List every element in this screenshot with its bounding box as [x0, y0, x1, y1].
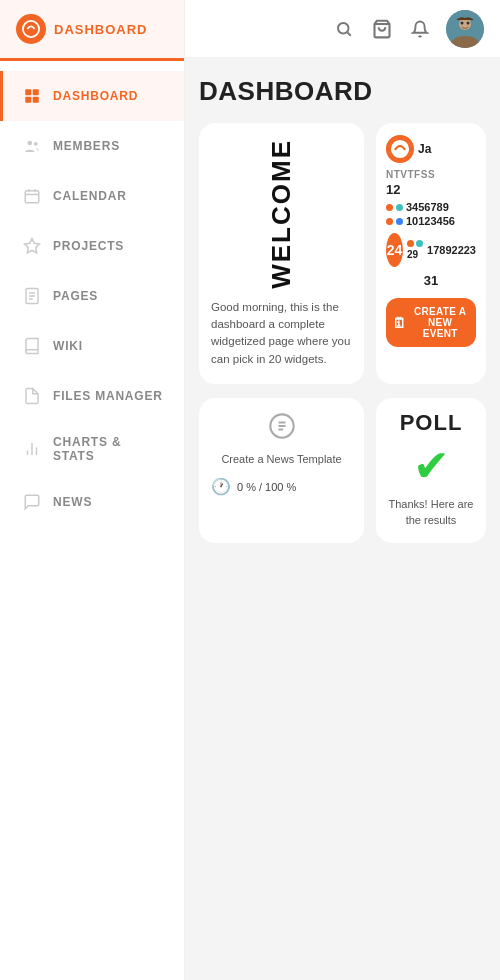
- news-widget: Create a News Template 🕐 0 % / 100 %: [199, 398, 364, 543]
- sidebar-item-members[interactable]: MEMBERS: [0, 121, 184, 171]
- topbar-icons: [332, 10, 484, 48]
- cal-row1-num: 3456789: [406, 201, 449, 213]
- cal-row3-nums: 29: [407, 240, 423, 260]
- files-icon: [21, 385, 43, 407]
- news-progress-row: 🕐 0 % / 100 %: [211, 477, 352, 496]
- dot-teal-1: [396, 204, 403, 211]
- top-widget-row: WELCOME Good morning, this is the dashbo…: [199, 123, 486, 384]
- sidebar-title: DASHBOARD: [54, 22, 148, 37]
- clock-icon: 🕐: [211, 477, 231, 496]
- dot-orange-2: [386, 218, 393, 225]
- svg-point-24: [461, 21, 464, 24]
- sidebar-item-projects[interactable]: PROJECTS: [0, 221, 184, 271]
- welcome-title: WELCOME: [267, 139, 296, 289]
- cal-logo: Ja: [386, 135, 431, 163]
- sidebar-item-label-calendar: CALENDAR: [53, 189, 127, 203]
- cal-row-1: 3456789: [386, 201, 476, 213]
- cal-bottom-date: 31: [424, 273, 438, 288]
- pages-icon: [21, 285, 43, 307]
- news-template-icon: [268, 412, 296, 446]
- svg-point-5: [28, 141, 33, 146]
- bottom-widget-row: Create a News Template 🕐 0 % / 100 % POL…: [199, 398, 486, 543]
- sidebar-item-label-pages: PAGES: [53, 289, 98, 303]
- cal-row-3: 24 29 17892223: [386, 229, 476, 271]
- dot-blue-1: [396, 218, 403, 225]
- welcome-widget: WELCOME Good morning, this is the dashbo…: [199, 123, 364, 384]
- dot-orange-1: [386, 204, 393, 211]
- cal-extra-date: 29: [407, 249, 423, 260]
- cal-activities-count: 12: [386, 182, 400, 197]
- news-icon: [21, 491, 43, 513]
- wiki-icon: [21, 335, 43, 357]
- sidebar-item-label-projects: PROJECTS: [53, 239, 124, 253]
- cal-activities-label: NTVTFSS: [386, 169, 435, 180]
- svg-rect-7: [25, 191, 39, 203]
- avatar[interactable]: [446, 10, 484, 48]
- svg-rect-4: [33, 97, 39, 103]
- content-area: DASHBOARD WELCOME Good morning, this is …: [185, 58, 500, 980]
- sidebar-item-label-files: FILES MANAGER: [53, 389, 163, 403]
- svg-rect-3: [25, 97, 31, 103]
- create-event-icon: 🗓: [392, 315, 406, 331]
- sidebar-nav: DASHBOARD MEMBERS CALENDAR PROJECTS PAGE: [0, 61, 184, 537]
- charts-icon: [21, 438, 43, 460]
- svg-point-25: [467, 21, 470, 24]
- cart-icon[interactable]: [370, 17, 394, 41]
- svg-line-20: [347, 32, 350, 35]
- sidebar-item-label-wiki: WIKI: [53, 339, 83, 353]
- members-icon: [21, 135, 43, 157]
- sidebar-item-label-news: NEWS: [53, 495, 92, 509]
- bell-icon[interactable]: [408, 17, 432, 41]
- news-progress-text: 0 % / 100 %: [237, 480, 296, 494]
- svg-rect-2: [33, 89, 39, 95]
- sidebar-item-label-charts: CHARTS & STATS: [53, 435, 166, 463]
- sidebar-item-calendar[interactable]: CALENDAR: [0, 171, 184, 221]
- search-icon[interactable]: [332, 17, 356, 41]
- cal-row-2: 101234​56: [386, 215, 476, 227]
- sidebar-item-charts[interactable]: CHARTS & STATS: [0, 421, 184, 477]
- main-content: DASHBOARD WELCOME Good morning, this is …: [185, 0, 500, 980]
- svg-rect-1: [25, 89, 31, 95]
- cal-logo-circle: [386, 135, 414, 163]
- cal-circle-date: 24: [386, 233, 403, 267]
- sidebar-item-dashboard[interactable]: DASHBOARD: [0, 71, 184, 121]
- svg-point-6: [34, 142, 38, 146]
- topbar: [185, 0, 500, 58]
- svg-point-0: [23, 21, 39, 37]
- sidebar-header[interactable]: DASHBOARD: [0, 0, 184, 61]
- projects-icon: [21, 235, 43, 257]
- create-event-label: CREATE A NEW EVENT: [410, 306, 470, 339]
- sidebar: DASHBOARD DASHBOARD MEMBERS CALENDAR P: [0, 0, 185, 980]
- svg-marker-11: [25, 239, 40, 253]
- logo-icon: [16, 14, 46, 44]
- poll-title: POLL: [400, 412, 463, 434]
- poll-checkmark: ✔: [413, 444, 450, 488]
- dot-orange-3: [407, 240, 414, 247]
- calendar-icon: [21, 185, 43, 207]
- sidebar-item-label-members: MEMBERS: [53, 139, 120, 153]
- cal-row2-num: 101234​56: [406, 215, 455, 227]
- cal-logo-text: Ja: [418, 142, 431, 156]
- sidebar-item-label-dashboard: DASHBOARD: [53, 89, 138, 103]
- create-event-button[interactable]: 🗓 CREATE A NEW EVENT: [386, 298, 476, 347]
- cal-row3-num: 17892223: [427, 244, 476, 256]
- page-title: DASHBOARD: [199, 76, 486, 107]
- sidebar-item-news[interactable]: NEWS: [0, 477, 184, 527]
- dot-teal-3: [416, 240, 423, 247]
- poll-result-text: Thanks! Here are the results: [388, 496, 474, 529]
- cal-row3-dots: [407, 240, 423, 247]
- sidebar-item-files[interactable]: FILES MANAGER: [0, 371, 184, 421]
- dashboard-icon: [21, 85, 43, 107]
- welcome-text: Good morning, this is the dashboard a co…: [211, 299, 352, 368]
- poll-widget: POLL ✔ Thanks! Here are the results: [376, 398, 486, 543]
- sidebar-item-pages[interactable]: PAGES: [0, 271, 184, 321]
- calendar-widget: Ja NTVTFSS 12 3456789 101234​56: [376, 123, 486, 384]
- svg-point-26: [390, 139, 410, 159]
- svg-point-19: [338, 23, 349, 34]
- sidebar-item-wiki[interactable]: WIKI: [0, 321, 184, 371]
- news-text: Create a News Template: [221, 452, 341, 467]
